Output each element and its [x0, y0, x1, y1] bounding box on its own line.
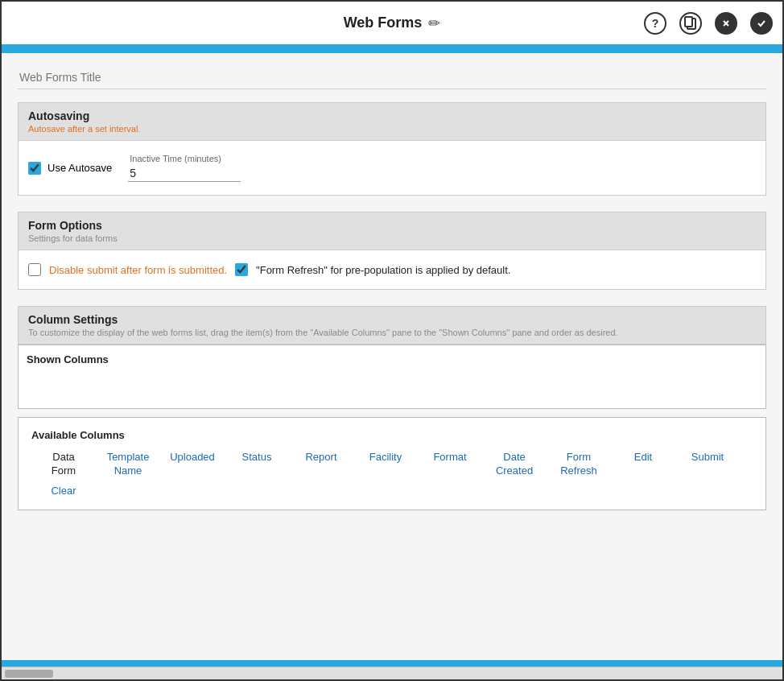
form-refresh-checkbox[interactable]: [235, 263, 248, 276]
autosaving-body: Use Autosave Inactive Time (minutes): [18, 141, 766, 196]
scroll-area: Autosaving Autosave after a set interval…: [2, 53, 782, 539]
accent-bar-top: [2, 47, 782, 53]
column-settings-subtitle: To customize the display of the web form…: [28, 328, 756, 337]
title-center: Web Forms ✏: [344, 14, 441, 32]
autosave-label-text: Use Autosave: [47, 162, 112, 174]
form-options-header: Form Options Settings for data forms: [18, 212, 766, 250]
app-title: Web Forms: [344, 14, 423, 31]
column-settings-title: Column Settings: [28, 313, 756, 326]
scrollbar-thumb-horizontal[interactable]: [5, 670, 53, 678]
col-item-date-created[interactable]: DateCreated: [482, 451, 547, 478]
inactive-time-label: Inactive Time (minutes): [130, 154, 221, 163]
col-item-edit[interactable]: Edit: [611, 451, 675, 464]
column-settings-header: Column Settings To customize the display…: [18, 306, 766, 345]
col-item-data-form[interactable]: DataForm: [31, 451, 96, 478]
form-options-body: Disable submit after form is submitted. …: [18, 250, 766, 290]
autosave-checkbox-label[interactable]: Use Autosave: [28, 162, 112, 175]
shown-columns-title: Shown Columns: [27, 353, 757, 365]
autosave-checkbox[interactable]: [28, 162, 41, 175]
col-item-report[interactable]: Report: [289, 451, 353, 464]
col-item-template-name[interactable]: TemplateName: [96, 451, 160, 478]
form-options-row: Disable submit after form is submitted. …: [28, 263, 756, 276]
svg-point-5: [756, 18, 767, 29]
col-item-status[interactable]: Status: [225, 451, 289, 464]
svg-rect-1: [685, 17, 692, 27]
col-item-format[interactable]: Format: [418, 451, 482, 464]
available-columns-box: Available Columns DataForm TemplateName …: [18, 417, 766, 510]
column-settings-section: Column Settings To customize the display…: [18, 306, 766, 510]
col-item-facility[interactable]: Facility: [353, 451, 418, 464]
main-content[interactable]: Autosaving Autosave after a set interval…: [2, 53, 782, 660]
available-columns-title: Available Columns: [31, 429, 753, 441]
copy-icon[interactable]: [679, 12, 702, 35]
disable-submit-label: Disable submit after form is submitted.: [49, 264, 227, 276]
form-options-title: Form Options: [28, 219, 756, 232]
shown-columns-box: Shown Columns: [18, 345, 766, 409]
autosaving-subtitle: Autosave after a set interval.: [28, 124, 756, 134]
autosaving-title: Autosaving: [28, 109, 756, 122]
confirm-icon[interactable]: [750, 12, 773, 35]
help-icon[interactable]: ?: [644, 12, 666, 35]
form-refresh-label: "Form Refresh" for pre-population is app…: [256, 264, 510, 276]
close-icon[interactable]: [715, 12, 737, 35]
form-options-subtitle: Settings for data forms: [28, 233, 756, 243]
edit-icon[interactable]: ✏: [428, 14, 440, 32]
col-item-form-refresh[interactable]: FormRefresh: [547, 451, 611, 478]
accent-bar-bottom: [2, 660, 782, 667]
col-item-submit[interactable]: Submit: [675, 451, 740, 464]
col-item-clear[interactable]: Clear: [31, 485, 96, 498]
col-item-uploaded[interactable]: Uploaded: [160, 451, 225, 464]
inactive-time-input[interactable]: [128, 165, 241, 182]
main-window: Web Forms ✏ ?: [0, 0, 784, 681]
web-forms-title-input[interactable]: [18, 66, 766, 89]
available-columns-grid: DataForm TemplateName Uploaded Status Re…: [31, 451, 753, 498]
disable-submit-checkbox[interactable]: [28, 263, 41, 276]
autosave-row: Use Autosave Inactive Time (minutes): [28, 154, 756, 182]
autosaving-header: Autosaving Autosave after a set interval…: [18, 102, 766, 141]
title-bar: Web Forms ✏ ?: [2, 2, 782, 47]
autosaving-section: Autosaving Autosave after a set interval…: [18, 102, 766, 196]
inactive-time-col: Inactive Time (minutes): [128, 154, 241, 182]
bottom-scrollbar[interactable]: [2, 667, 782, 679]
form-options-section: Form Options Settings for data forms Dis…: [18, 212, 766, 290]
title-icons: ?: [644, 12, 773, 35]
